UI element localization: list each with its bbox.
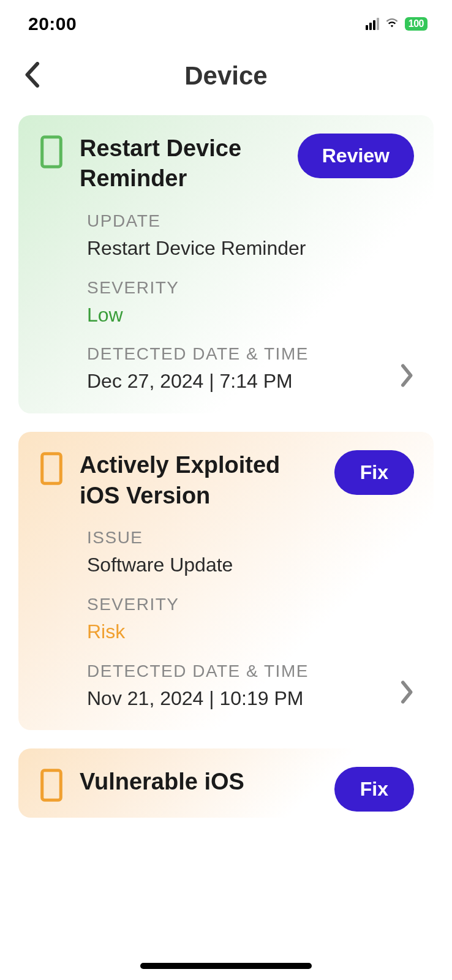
field-label: UPDATE [87, 211, 414, 231]
wifi-icon [384, 17, 400, 31]
page-title: Device [18, 61, 434, 91]
home-indicator[interactable] [140, 963, 312, 969]
card-header: Vulnerable iOS Fix [38, 767, 414, 812]
field-label: SEVERITY [87, 278, 414, 298]
field-issue: ISSUE Software Update [87, 528, 414, 579]
status-bar: 20:00 100 [0, 0, 452, 43]
card-title: Vulnerable iOS [80, 767, 320, 797]
issue-card-vulnerable[interactable]: Vulnerable iOS Fix [18, 748, 434, 818]
card-body: UPDATE Restart Device Reminder SEVERITY … [38, 211, 414, 395]
device-icon [38, 135, 65, 172]
fix-button[interactable]: Fix [334, 767, 414, 812]
field-value: Dec 27, 2024 | 7:14 PM [87, 368, 414, 395]
field-update: UPDATE Restart Device Reminder [87, 211, 414, 262]
status-time: 20:00 [28, 13, 77, 34]
card-title: Actively Exploited iOS Version [80, 450, 320, 511]
svg-rect-0 [42, 137, 61, 167]
field-detected: DETECTED DATE & TIME Dec 27, 2024 | 7:14… [87, 344, 414, 395]
chevron-left-icon [23, 62, 40, 88]
field-label: ISSUE [87, 528, 414, 548]
svg-rect-1 [42, 454, 61, 483]
field-label: DETECTED DATE & TIME [87, 662, 414, 681]
fix-button[interactable]: Fix [334, 450, 414, 495]
card-list: Restart Device Reminder Review UPDATE Re… [0, 115, 452, 818]
issue-card-exploited[interactable]: Actively Exploited iOS Version Fix ISSUE… [18, 432, 434, 730]
field-value: Nov 21, 2024 | 10:19 PM [87, 685, 414, 712]
field-value: Risk [87, 618, 414, 646]
device-icon [38, 451, 65, 488]
field-value: Software Update [87, 551, 414, 579]
field-label: DETECTED DATE & TIME [87, 344, 414, 364]
cellular-signal-icon [366, 18, 379, 30]
card-title: Restart Device Reminder [80, 134, 283, 194]
field-severity: SEVERITY Low [87, 278, 414, 329]
chevron-right-icon[interactable] [399, 363, 415, 390]
field-label: SEVERITY [87, 595, 414, 614]
card-body: ISSUE Software Update SEVERITY Risk DETE… [38, 528, 414, 712]
field-value: Low [87, 301, 414, 329]
back-button[interactable] [23, 62, 40, 90]
page-header: Device [0, 43, 452, 115]
field-detected: DETECTED DATE & TIME Nov 21, 2024 | 10:1… [87, 662, 414, 712]
battery-icon: 100 [405, 17, 428, 31]
chevron-right-icon[interactable] [399, 680, 415, 707]
device-icon [38, 768, 65, 805]
card-header: Actively Exploited iOS Version Fix [38, 450, 414, 511]
status-icons: 100 [366, 17, 428, 31]
field-severity: SEVERITY Risk [87, 595, 414, 646]
card-header: Restart Device Reminder Review [38, 134, 414, 194]
issue-card-restart[interactable]: Restart Device Reminder Review UPDATE Re… [18, 115, 434, 413]
review-button[interactable]: Review [298, 134, 414, 178]
field-value: Restart Device Reminder [87, 235, 414, 262]
svg-rect-2 [42, 771, 61, 800]
